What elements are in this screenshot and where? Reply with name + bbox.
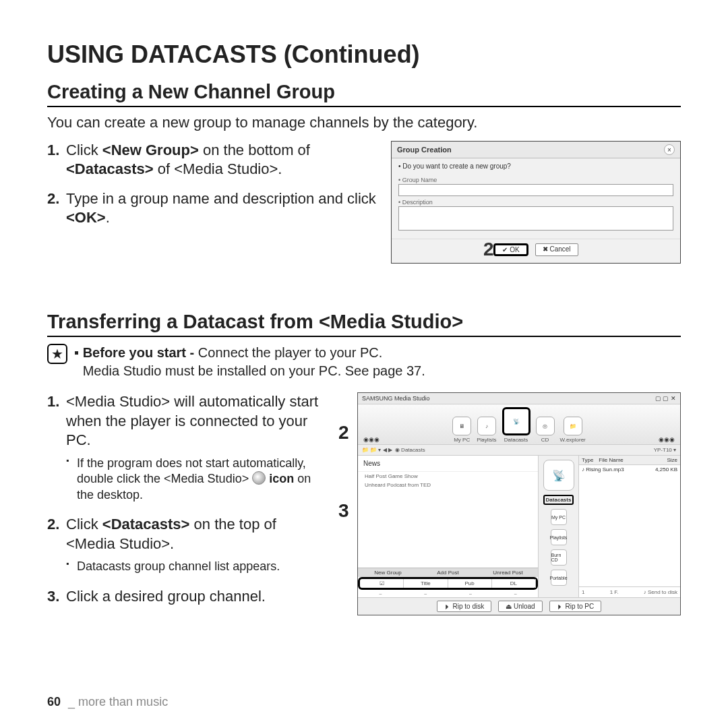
col: Title	[404, 579, 448, 588]
tab-mypc-label: My PC	[454, 437, 470, 443]
sidebar-mypc[interactable]: My PC	[551, 509, 567, 525]
channel-group-news[interactable]: News	[358, 456, 538, 472]
feed-item[interactable]: Unheard Podcast from TED	[358, 481, 538, 489]
s1p2c: .	[106, 209, 110, 226]
rcell: 4,250 KB	[655, 466, 677, 473]
s1p1b: <New Group>	[102, 142, 199, 158]
section1-step1: Click <New Group> on the bottom of <Data…	[47, 141, 377, 179]
footer-btn[interactable]: ⏵ Rip to PC	[549, 601, 602, 612]
col: ☑	[360, 579, 404, 588]
close-icon[interactable]: ×	[664, 144, 675, 155]
section1-steps: Click <New Group> on the bottom of <Data…	[47, 141, 377, 264]
s1p2a: Type in a group name and description and…	[66, 190, 376, 207]
section2-step1: <Media Studio> will automatically start …	[47, 392, 325, 503]
callout-2: 2	[483, 239, 494, 260]
s2s1b-b: icon	[269, 472, 294, 485]
star-icon: ★	[47, 344, 67, 364]
s1p2b: <OK>	[66, 209, 106, 226]
s1p1a: Click	[66, 142, 102, 158]
s1p1c: on the bottom of	[199, 142, 310, 158]
tab-explorer[interactable]: 📁W.explorer	[560, 417, 586, 443]
s2s2a: Click	[66, 516, 102, 533]
dialog-message: • Do you want to create a new group?	[392, 158, 680, 174]
label-description: • Description	[398, 199, 673, 206]
tab-cd[interactable]: ◎CD	[536, 417, 555, 443]
right-control-icon[interactable]: ◉◉◉	[659, 436, 675, 443]
sidebar-portable[interactable]: Portable	[551, 570, 567, 586]
footer-btn[interactable]: ⏵ Rip to disk	[437, 601, 491, 612]
bys-l1: Connect the player to your PC.	[198, 345, 382, 360]
feed-item[interactable]: Half Post Game Show	[358, 472, 538, 481]
player-control-icon[interactable]: ◉◉◉	[363, 436, 380, 443]
sidebar-burncd[interactable]: Burn CD	[551, 549, 567, 566]
section2-steps: <Media Studio> will automatically start …	[47, 392, 325, 618]
page-footer: 60 _ more than music	[47, 695, 168, 709]
toolbar-icons[interactable]: 📁 📁 ▾ ◀ ▶	[362, 447, 392, 453]
rcol: Size	[664, 456, 680, 464]
callout-ms-2: 2	[338, 422, 349, 444]
page-number: 60	[47, 695, 61, 708]
grid-header-row: ☑ Title Pub DL	[358, 577, 538, 590]
before-you-start-box: ★ ▪ Before you start - Connect the playe…	[47, 344, 681, 380]
grid-tab[interactable]: New Group	[358, 568, 418, 577]
rcell: Rising Sun.mp3	[586, 466, 624, 473]
tab-playlists-label: Playlists	[477, 437, 496, 443]
dialog-title: Group Creation	[397, 146, 452, 154]
rb[interactable]: ♪ Send to disk	[644, 589, 677, 595]
bys-bold: Before you start -	[83, 345, 198, 360]
description-field[interactable]	[398, 206, 673, 231]
section2-heading: Transferring a Datacast from <Media Stud…	[47, 311, 681, 337]
page-title: USING DATACASTS (Continued)	[47, 40, 681, 69]
footer-btn[interactable]: ⏏ Unload	[498, 601, 542, 612]
callout-ms-3: 3	[338, 500, 349, 522]
footer-divider: _	[68, 695, 75, 708]
rcol: File Name	[596, 456, 664, 464]
bys-l2: Media Studio must be installed on your P…	[83, 363, 425, 378]
rb: 1 F.	[610, 589, 619, 595]
label-group-name: • Group Name	[398, 177, 673, 183]
section1-intro: You can create a new group to manage cha…	[47, 114, 681, 131]
rcell: ♪	[582, 466, 584, 473]
right-device-label[interactable]: YP-T10 ▾	[654, 447, 676, 453]
ms-title: SAMSUNG Media Studio	[362, 395, 430, 402]
chapter-name: more than music	[78, 695, 168, 708]
tab-mypc[interactable]: 🖥My PC	[452, 417, 471, 443]
window-controls[interactable]: ▢ ▢ ✕	[655, 395, 676, 402]
group-name-field[interactable]	[398, 184, 673, 196]
file-row[interactable]: ♪ Rising Sun.mp3 4,250 KB	[579, 465, 680, 474]
datacasts-sidebar-label: Datacasts	[543, 495, 574, 505]
rb: 1	[582, 589, 584, 595]
grid-tab[interactable]: Add Post	[418, 568, 478, 577]
section1-step2: Type in a group name and description and…	[47, 189, 377, 227]
s1p1e: of <Media Studio>.	[154, 160, 282, 177]
tab-cd-label: CD	[541, 437, 549, 443]
s1p1d: <Datacasts>	[66, 160, 154, 177]
media-studio-desktop-icon	[252, 471, 266, 485]
sidebar-playlists[interactable]: Playlists	[551, 529, 567, 545]
grid-tab[interactable]: Unread Post	[478, 568, 538, 577]
section2-step3: Click a desired group channel.	[47, 587, 325, 607]
section1-heading: Creating a New Channel Group	[47, 81, 681, 107]
media-studio-window: SAMSUNG Media Studio ▢ ▢ ✕ ◉◉◉ 🖥My PC ♪P…	[357, 392, 681, 615]
s2s2b: <Datacasts>	[102, 516, 190, 533]
section2-step2: Click <Datacasts> on the top of <Media S…	[47, 515, 325, 575]
group-creation-dialog: Group Creation × • Do you want to create…	[391, 141, 681, 264]
col: Pub	[448, 579, 492, 588]
datacasts-big-icon: 📡	[543, 460, 574, 491]
tab-datacasts[interactable]: 📡Datacasts	[502, 407, 530, 443]
figure-media-studio: 2 3 SAMSUNG Media Studio ▢ ▢ ✕ ◉◉◉ 🖥My P…	[338, 392, 681, 618]
tab-datacasts-label: Datacasts	[504, 437, 528, 443]
section2-step1-bullet: If the program does not start automatica…	[66, 456, 325, 503]
tab-playlists[interactable]: ♪Playlists	[477, 417, 496, 443]
cancel-button[interactable]: ✖ Cancel	[535, 243, 578, 256]
section2-step2-bullet: Datacasts group channel list appears.	[66, 559, 325, 574]
breadcrumb: ◉ Datacasts	[395, 447, 425, 453]
figure-group-creation: Group Creation × • Do you want to create…	[391, 141, 681, 264]
rcol: Type	[579, 456, 596, 464]
s2s1: <Media Studio> will automatically start …	[66, 393, 318, 448]
col: DL	[492, 579, 536, 588]
tab-explorer-label: W.explorer	[560, 437, 586, 443]
ok-button[interactable]: ✔ OK	[493, 243, 528, 256]
